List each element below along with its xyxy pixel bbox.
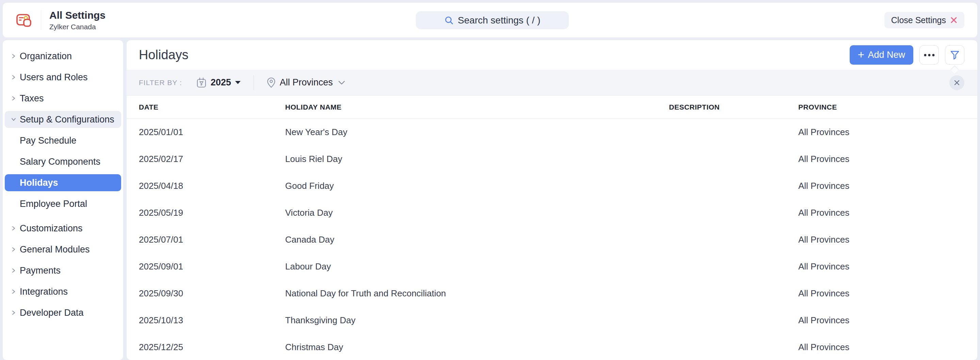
sidebar-item-integrations[interactable]: Integrations [5,283,121,300]
sidebar-item-pay-schedule[interactable]: Pay Schedule [5,132,121,149]
sidebar-item-developer-data[interactable]: Developer Data [5,304,121,321]
settings-sidebar: Organization Users and Roles Taxes Setup… [3,40,123,360]
sidebar-item-label: Setup & Configurations [20,114,115,125]
table-row[interactable]: 2025/09/30 National Day for Truth and Re… [127,280,977,307]
cell-holiday-name: Thanksgiving Day [285,315,669,326]
cell-holiday-name: Good Friday [285,181,669,191]
table-row[interactable]: 2025/01/01 New Year's Day All Provinces [127,119,977,146]
table-header-row: DATE HOLIDAY NAME DESCRIPTION PROVINCE [127,96,977,119]
chevron-right-icon [11,96,16,101]
column-header-date: DATE [139,103,285,111]
sidebar-item-setup-and-configurations[interactable]: Setup & Configurations [5,111,121,128]
table-row[interactable]: 2025/12/25 Christmas Day All Provinces [127,334,977,360]
sidebar-item-salary-components[interactable]: Salary Components [5,153,121,170]
more-options-button[interactable] [920,45,939,65]
cell-holiday-name: Christmas Day [285,342,669,352]
cell-date: 2025/02/17 [139,154,285,164]
sidebar-item-label: Integrations [20,287,68,297]
sidebar-item-label: Payments [20,265,60,276]
cell-date: 2025/04/18 [139,181,285,191]
table-row[interactable]: 2025/09/01 Labour Day All Provinces [127,253,977,280]
column-header-province: PROVINCE [798,103,977,111]
cell-province: All Provinces [798,127,977,137]
chevron-down-icon [11,117,16,122]
sidebar-item-users-and-roles[interactable]: Users and Roles [5,69,121,86]
sidebar-item-label: Pay Schedule [20,135,76,146]
sidebar-item-label: Customizations [20,223,83,234]
cell-province: All Provinces [798,154,977,164]
cell-province: All Provinces [798,234,977,245]
ellipsis-icon [924,53,935,57]
filter-by-label: FILTER BY : [139,79,182,87]
cell-province: All Provinces [798,342,977,352]
chevron-down-icon [338,81,345,85]
sidebar-item-label: Employee Portal [20,199,87,209]
cell-date: 2025/09/30 [139,288,285,299]
close-icon [950,16,958,24]
payroll-logo-icon [16,12,33,28]
sidebar-item-customizations[interactable]: Customizations [5,220,121,237]
plus-icon: + [858,49,865,60]
table-row[interactable]: 2025/04/18 Good Friday All Provinces [127,172,977,199]
sidebar-item-label: Users and Roles [20,72,88,83]
column-header-description: DESCRIPTION [669,103,798,111]
top-header: All Settings Zylker Canada Search settin… [3,3,977,37]
cell-holiday-name: Victoria Day [285,207,669,218]
cell-holiday-name: Louis Riel Day [285,154,669,164]
chevron-right-icon [11,268,16,273]
table-row[interactable]: 2025/05/19 Victoria Day All Provinces [127,199,977,226]
page-title: All Settings [49,9,105,21]
sidebar-item-general-modules[interactable]: General Modules [5,241,121,258]
cell-date: 2025/09/01 [139,261,285,272]
chevron-right-icon [11,53,16,59]
search-placeholder: Search settings ( / ) [458,15,540,26]
sidebar-item-payments[interactable]: Payments [5,262,121,279]
organization-name: Zylker Canada [49,23,105,31]
cell-date: 2025/05/19 [139,207,285,218]
sidebar-item-label: Taxes [20,93,44,104]
cell-province: All Provinces [798,261,977,272]
table-row[interactable]: 2025/07/01 Canada Day All Provinces [127,226,977,253]
caret-down-icon [235,81,240,84]
table-row[interactable]: 2025/10/13 Thanksgiving Day All Province… [127,307,977,334]
cell-province: All Provinces [798,181,977,191]
column-header-holiday-name: HOLIDAY NAME [285,103,669,111]
cell-date: 2025/10/13 [139,315,285,326]
holidays-header: Holidays + Add New [127,40,977,70]
close-icon [954,80,960,86]
close-settings-label: Close Settings [891,15,946,25]
location-pin-icon [267,77,275,88]
sidebar-item-label: Salary Components [20,156,100,167]
cell-holiday-name: Canada Day [285,234,669,245]
holidays-panel: Holidays + Add New FILTER BY : [127,40,977,360]
chevron-right-icon [11,247,16,252]
sidebar-item-taxes[interactable]: Taxes [5,90,121,107]
calendar-filter-icon [196,77,207,88]
close-settings-button[interactable]: Close Settings [885,12,964,28]
clear-filter-button[interactable] [950,75,964,90]
sidebar-item-organization[interactable]: Organization [5,48,121,65]
year-filter-value: 2025 [211,77,231,88]
cell-date: 2025/07/01 [139,234,285,245]
sidebar-item-holidays[interactable]: Holidays [5,174,121,191]
filter-button[interactable] [945,45,964,65]
filter-funnel-icon [950,50,960,60]
cell-holiday-name: National Day for Truth and Reconciliatio… [285,288,669,299]
chevron-right-icon [11,310,16,315]
sidebar-item-employee-portal[interactable]: Employee Portal [5,195,121,212]
chevron-right-icon [11,75,16,80]
search-input[interactable]: Search settings ( / ) [416,11,569,29]
cell-province: All Provinces [798,315,977,326]
add-new-button[interactable]: + Add New [850,45,913,65]
cell-date: 2025/12/25 [139,342,285,352]
chevron-right-icon [11,289,16,294]
search-icon [444,16,453,25]
cell-province: All Provinces [798,207,977,218]
chevron-right-icon [11,226,16,231]
cell-date: 2025/01/01 [139,127,285,137]
add-new-label: Add New [868,50,905,60]
province-filter-dropdown[interactable]: All Provinces [267,77,345,88]
table-row[interactable]: 2025/02/17 Louis Riel Day All Provinces [127,146,977,172]
section-title: Holidays [139,48,189,62]
year-filter-dropdown[interactable]: 2025 [196,77,240,88]
